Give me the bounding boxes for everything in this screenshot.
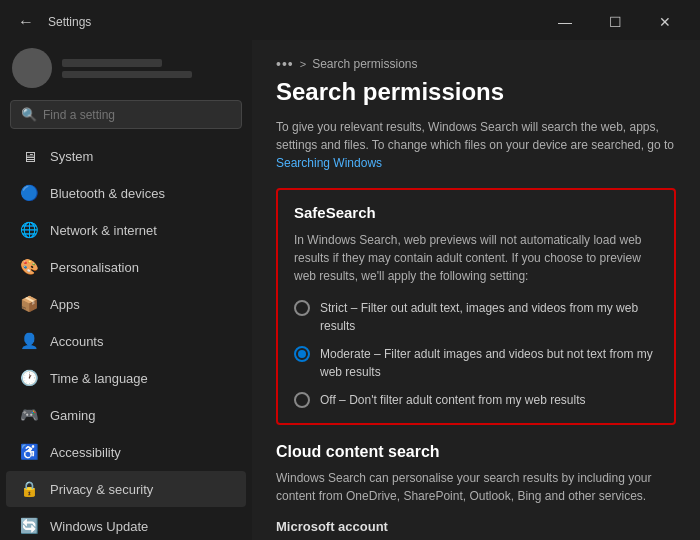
radio-label-off: Off – Don't filter adult content from my… xyxy=(320,391,586,409)
sidebar-label-update: Windows Update xyxy=(50,519,148,534)
safesearch-description: In Windows Search, web previews will not… xyxy=(294,231,658,285)
search-box[interactable]: 🔍 xyxy=(10,100,242,129)
search-icon: 🔍 xyxy=(21,107,37,122)
breadcrumb-dots: ••• xyxy=(276,56,294,72)
maximize-button[interactable]: ☐ xyxy=(592,8,638,36)
sidebar-item-bluetooth[interactable]: 🔵 Bluetooth & devices xyxy=(6,175,246,211)
sidebar-label-network: Network & internet xyxy=(50,223,157,238)
profile-name xyxy=(62,59,162,67)
system-icon: 🖥 xyxy=(20,147,38,165)
cloud-search-description: Windows Search can personalise your sear… xyxy=(276,469,676,505)
radio-label-moderate: Moderate – Filter adult images and video… xyxy=(320,345,658,381)
safesearch-title: SafeSearch xyxy=(294,204,658,221)
sidebar-label-bluetooth: Bluetooth & devices xyxy=(50,186,165,201)
sidebar-label-privacy: Privacy & security xyxy=(50,482,153,497)
sidebar-item-system[interactable]: 🖥 System xyxy=(6,138,246,174)
page-title: Search permissions xyxy=(276,78,676,106)
sidebar-item-accessibility[interactable]: ♿ Accessibility xyxy=(6,434,246,470)
cloud-search-section: Cloud content search Windows Search can … xyxy=(276,443,676,540)
close-button[interactable]: ✕ xyxy=(642,8,688,36)
update-icon: 🔄 xyxy=(20,517,38,535)
avatar xyxy=(12,48,52,88)
sidebar: 🔍 🖥 System 🔵 Bluetooth & devices 🌐 Netwo… xyxy=(0,40,252,540)
titlebar-title: Settings xyxy=(48,15,91,29)
sidebar-item-accounts[interactable]: 👤 Accounts xyxy=(6,323,246,359)
bluetooth-icon: 🔵 xyxy=(20,184,38,202)
profile-info xyxy=(62,59,192,78)
searching-windows-link[interactable]: Searching Windows xyxy=(276,156,382,170)
profile-email xyxy=(62,71,192,78)
radio-circle-off xyxy=(294,392,310,408)
sidebar-label-apps: Apps xyxy=(50,297,80,312)
breadcrumb: ••• > Search permissions xyxy=(276,56,676,72)
gaming-icon: 🎮 xyxy=(20,406,38,424)
accessibility-icon: ♿ xyxy=(20,443,38,461)
sidebar-item-gaming[interactable]: 🎮 Gaming xyxy=(6,397,246,433)
personalisation-icon: 🎨 xyxy=(20,258,38,276)
sidebar-label-accounts: Accounts xyxy=(50,334,103,349)
safesearch-section: SafeSearch In Windows Search, web previe… xyxy=(276,188,676,425)
sidebar-label-gaming: Gaming xyxy=(50,408,96,423)
safesearch-options: Strict – Filter out adult text, images a… xyxy=(294,299,658,409)
sidebar-item-update[interactable]: 🔄 Windows Update xyxy=(6,508,246,540)
sidebar-item-time[interactable]: 🕐 Time & language xyxy=(6,360,246,396)
intro-text-content: To give you relevant results, Windows Se… xyxy=(276,120,674,152)
cloud-search-title: Cloud content search xyxy=(276,443,676,461)
sidebar-label-accessibility: Accessibility xyxy=(50,445,121,460)
main-container: 🔍 🖥 System 🔵 Bluetooth & devices 🌐 Netwo… xyxy=(0,40,700,540)
back-button[interactable]: ← xyxy=(12,11,40,33)
sidebar-item-apps[interactable]: 📦 Apps xyxy=(6,286,246,322)
privacy-icon: 🔒 xyxy=(20,480,38,498)
breadcrumb-chevron: > xyxy=(300,58,306,70)
titlebar: ← Settings — ☐ ✕ xyxy=(0,0,700,40)
sidebar-label-time: Time & language xyxy=(50,371,148,386)
radio-circle-moderate xyxy=(294,346,310,362)
titlebar-controls: — ☐ ✕ xyxy=(542,8,688,36)
radio-item-off[interactable]: Off – Don't filter adult content from my… xyxy=(294,391,658,409)
search-input[interactable] xyxy=(43,108,231,122)
sidebar-label-personalisation: Personalisation xyxy=(50,260,139,275)
radio-label-strict: Strict – Filter out adult text, images a… xyxy=(320,299,658,335)
microsoft-account-subsection: Microsoft account Allow Windows Search t… xyxy=(276,519,676,540)
accounts-icon: 👤 xyxy=(20,332,38,350)
sidebar-item-network[interactable]: 🌐 Network & internet xyxy=(6,212,246,248)
sidebar-label-system: System xyxy=(50,149,93,164)
microsoft-account-title: Microsoft account xyxy=(276,519,676,534)
apps-icon: 📦 xyxy=(20,295,38,313)
radio-item-moderate[interactable]: Moderate – Filter adult images and video… xyxy=(294,345,658,381)
radio-circle-strict xyxy=(294,300,310,316)
titlebar-left: ← Settings xyxy=(12,11,91,33)
breadcrumb-page: Search permissions xyxy=(312,57,417,71)
sidebar-item-personalisation[interactable]: 🎨 Personalisation xyxy=(6,249,246,285)
nav-list: 🖥 System 🔵 Bluetooth & devices 🌐 Network… xyxy=(0,137,252,540)
content-area: ••• > Search permissions Search permissi… xyxy=(252,40,700,540)
sidebar-item-privacy[interactable]: 🔒 Privacy & security xyxy=(6,471,246,507)
profile-area xyxy=(0,40,252,100)
intro-text: To give you relevant results, Windows Se… xyxy=(276,118,676,172)
minimize-button[interactable]: — xyxy=(542,8,588,36)
network-icon: 🌐 xyxy=(20,221,38,239)
radio-item-strict[interactable]: Strict – Filter out adult text, images a… xyxy=(294,299,658,335)
time-icon: 🕐 xyxy=(20,369,38,387)
